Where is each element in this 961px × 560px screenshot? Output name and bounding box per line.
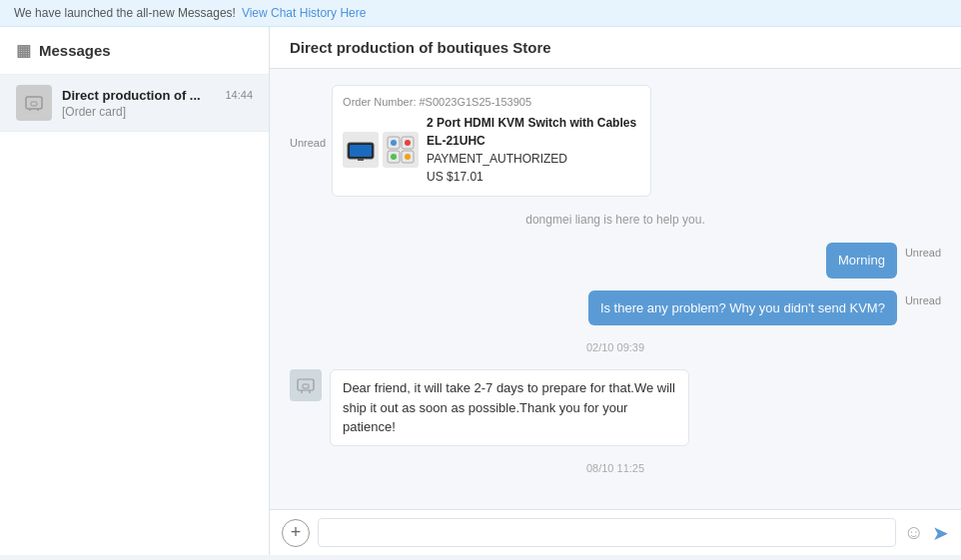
svg-point-11: [391, 140, 397, 146]
chat-header: Direct production of boutiques Store: [270, 27, 961, 69]
product-img-1: [343, 132, 379, 168]
messages-icon: ▦: [16, 41, 31, 60]
banner-link[interactable]: View Chat History Here: [242, 6, 367, 20]
chat-input-area: + ☺ ➤: [270, 509, 961, 555]
sidebar: ▦ Messages Direct production of ... 14:4…: [0, 27, 270, 555]
outgoing-morning-row: Unread Morning: [290, 243, 941, 279]
order-number: Order Number: #S0023G1S25-153905: [343, 96, 640, 108]
svg-rect-1: [31, 102, 37, 106]
product-name: 2 Port HDMI KVM Switch with Cables EL-21…: [427, 114, 640, 150]
top-banner: We have launched the all-new Messages! V…: [0, 0, 961, 27]
emoji-button[interactable]: ☺: [904, 521, 924, 544]
chat-messages: Unread Order Number: #S0023G1S25-153905: [270, 69, 961, 509]
system-message: dongmei liang is here to help you.: [290, 213, 941, 227]
conversation-title-row: Direct production of ... 14:44: [62, 88, 253, 103]
send-icon: ➤: [932, 521, 949, 545]
avatar: [16, 85, 52, 121]
bubble-incoming: Dear friend, it will take 2-7 days to pr…: [330, 369, 689, 446]
store-avatar: [290, 369, 322, 401]
outgoing-problem-row: Unread Is there any problem? Why you did…: [290, 290, 941, 326]
add-button[interactable]: +: [282, 519, 310, 547]
emoji-icon: ☺: [904, 521, 924, 543]
product-images: [343, 132, 419, 168]
svg-rect-6: [358, 159, 364, 161]
svg-rect-0: [26, 97, 42, 109]
product-details: 2 Port HDMI KVM Switch with Cables EL-21…: [427, 114, 640, 186]
unread-label-1: Unread: [290, 137, 326, 149]
order-card-bubble: Order Number: #S0023G1S25-153905: [332, 85, 651, 197]
svg-point-14: [405, 154, 411, 160]
conversation-info: Direct production of ... 14:44 [Order ca…: [62, 88, 253, 119]
payment-status: PAYMENT_AUTHORIZED: [427, 150, 640, 168]
product-price: US $17.01: [427, 168, 640, 186]
svg-point-12: [405, 140, 411, 146]
sidebar-header: ▦ Messages: [0, 27, 269, 75]
unread-label-2: Unread: [905, 247, 941, 259]
timestamp-1: 02/10 09:39: [290, 341, 941, 353]
svg-point-13: [391, 154, 397, 160]
unread-label-3: Unread: [905, 294, 941, 306]
add-icon: +: [291, 522, 302, 543]
timestamp-2: 08/10 11:25: [290, 462, 941, 474]
bubble-morning: Morning: [826, 243, 897, 279]
conversation-subtitle: [Order card]: [62, 105, 253, 119]
product-img-2: [383, 132, 419, 168]
sidebar-title: Messages: [39, 42, 111, 59]
main-layout: ▦ Messages Direct production of ... 14:4…: [0, 27, 961, 555]
order-card-row: Unread Order Number: #S0023G1S25-153905: [290, 85, 941, 197]
bubble-problem: Is there any problem? Why you didn't sen…: [588, 290, 897, 326]
svg-rect-5: [350, 145, 372, 157]
send-button[interactable]: ➤: [932, 521, 949, 545]
conversation-title: Direct production of ...: [62, 88, 201, 103]
order-product: 2 Port HDMI KVM Switch with Cables EL-21…: [343, 114, 640, 186]
chat-area: Direct production of boutiques Store Unr…: [270, 27, 961, 555]
svg-rect-16: [303, 384, 309, 388]
banner-text: We have launched the all-new Messages!: [14, 6, 236, 20]
message-input[interactable]: [318, 518, 896, 547]
conversation-item[interactable]: Direct production of ... 14:44 [Order ca…: [0, 75, 269, 132]
conversation-time: 14:44: [225, 89, 253, 101]
incoming-row: Dear friend, it will take 2-7 days to pr…: [290, 369, 941, 446]
